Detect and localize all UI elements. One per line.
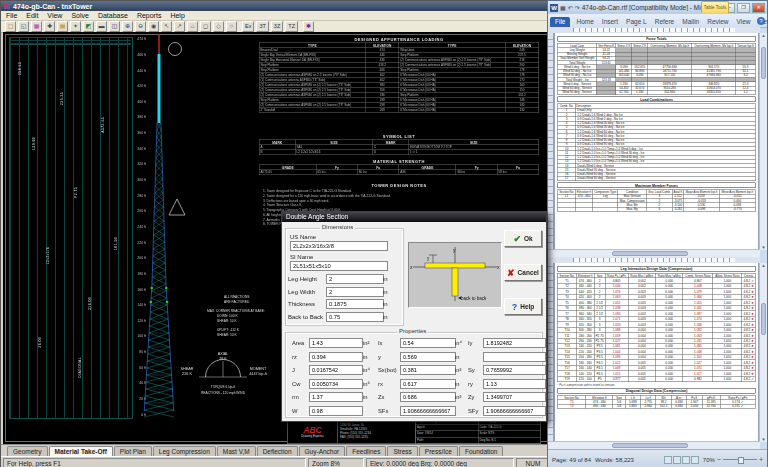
home-view-icon[interactable]: ⌂ (187, 21, 198, 32)
appurtenance-icon[interactable]: ✚ (44, 21, 55, 32)
bar-icon[interactable]: ▬ (96, 21, 107, 32)
diamond-icon[interactable]: ◇ (213, 21, 224, 32)
zoom-out-button[interactable]: − (717, 457, 721, 463)
zoom-knob[interactable] (738, 457, 744, 464)
ribbon-tab[interactable]: Home (574, 17, 595, 27)
pan-icon[interactable]: ↗ (174, 21, 185, 32)
tnxtower-titlebar[interactable]: 474o-gb-Can - tnxTower (1, 1, 552, 11)
property-input[interactable]: 1.90666666666667 (400, 406, 456, 416)
scroll-up-arrow[interactable]: ▲ (760, 263, 767, 268)
property-input[interactable]: 1.3499707 (483, 392, 546, 402)
maximize-button[interactable]: ❐ (737, 3, 750, 13)
menu-item[interactable]: View (47, 12, 62, 19)
document-area[interactable]: Leg Interaction Design Data (Compression… (553, 263, 760, 442)
ok-button[interactable]: ✔Ok (504, 230, 542, 247)
table-tools-tab[interactable]: Table Tools (701, 1, 729, 13)
scroll-down-arrow[interactable]: ▼ (760, 437, 767, 442)
report-icon[interactable]: ◫ (109, 21, 120, 32)
circle-icon[interactable]: ○ (226, 21, 237, 32)
property-input[interactable]: 0.686 (400, 392, 456, 402)
horizontal-scrollbar[interactable] (548, 441, 760, 449)
property-input[interactable]: 0.617 (400, 379, 456, 389)
page-indicator[interactable]: Page: 49 of 84 (552, 457, 591, 463)
property-input[interactable]: 0.0050734 (309, 379, 363, 389)
view-button[interactable]: TZ (285, 21, 298, 32)
menu-item[interactable]: File (6, 12, 17, 19)
zoom-out-icon[interactable]: ⊖ (135, 21, 146, 32)
key-icon[interactable]: ✦ (70, 21, 81, 32)
menu-item[interactable]: Edit (26, 12, 38, 19)
close-button[interactable]: ✕ (752, 3, 765, 13)
property-input[interactable]: 0.381 (400, 365, 456, 375)
menu-item[interactable]: Database (98, 12, 128, 19)
scroll-down-arrow[interactable]: ▼ (760, 245, 767, 250)
print-icon[interactable]: ▤ (57, 21, 68, 32)
si-name-input[interactable]: 2L51x51x5x10 (290, 261, 388, 271)
save-icon[interactable]: ▦ (560, 4, 566, 11)
property-input[interactable] (483, 352, 546, 362)
dimension-input[interactable]: 2 (326, 287, 384, 297)
dialog-titlebar[interactable]: Double Angle Section (282, 212, 546, 222)
ribbon-tab[interactable]: Insert (600, 17, 620, 27)
help-button[interactable]: ?Help (504, 298, 542, 315)
zoom-extents-icon[interactable]: ◉ (148, 21, 159, 32)
property-input[interactable]: 1.43 (309, 338, 363, 348)
ribbon-tab[interactable]: View (735, 17, 753, 27)
property-input[interactable]: 0.394 (309, 352, 363, 362)
dimension-input[interactable]: 0.1875 (326, 299, 384, 309)
scroll-up-arrow[interactable]: ▲ (760, 33, 767, 38)
save-icon[interactable]: ▦ (31, 21, 42, 32)
property-input[interactable]: 0.0167542 (309, 365, 363, 375)
scroll-thumb[interactable] (761, 47, 766, 79)
property-input[interactable]: 0.54 (400, 338, 456, 348)
us-name-input[interactable]: 2L2x2x3/16x3/8 (290, 241, 388, 251)
view-button[interactable]: Ex (242, 21, 254, 32)
dimension-input[interactable]: 0.75 (326, 312, 384, 322)
scroll-thumb[interactable] (761, 303, 766, 335)
vertical-scrollbar[interactable]: ▲ ▼ (759, 33, 767, 250)
cell: 4.8.2 (742, 343, 755, 348)
help-icon[interactable]: ? (757, 17, 765, 25)
view-button[interactable]: 3T (256, 21, 268, 32)
open-icon[interactable]: ◱ (18, 21, 29, 32)
property-input[interactable]: 0.7659992 (483, 365, 546, 375)
zoom-in-button[interactable]: + (759, 457, 763, 463)
document-area[interactable]: Force Totals Load CaseVert Force KShear … (553, 33, 760, 250)
ribbon-tab[interactable]: Page L (624, 17, 649, 27)
section-title: Leg Interaction Design Data (Compression… (558, 266, 756, 272)
ribbon-tab[interactable]: File (550, 17, 570, 27)
ribbon-tab[interactable]: Mailin (680, 17, 701, 27)
window-icon[interactable]: ◻ (200, 21, 211, 32)
cancel-button[interactable]: ✘Cancel (504, 264, 542, 281)
view-button[interactable]: 3Z (271, 21, 283, 32)
property-input[interactable]: 1.90666666666667 (483, 406, 546, 416)
property-input[interactable]: 1.13 (483, 379, 546, 389)
horizontal-scrollbar[interactable] (548, 249, 760, 257)
word-count[interactable]: Words: 58,223 (595, 457, 634, 463)
property-input[interactable]: 1.8192482 (483, 338, 546, 348)
property-input[interactable]: 0.98 (309, 406, 363, 416)
zoom-track[interactable] (723, 459, 757, 460)
vertical-scrollbar[interactable]: ▲ ▼ (759, 263, 767, 442)
ribbon-tab[interactable]: Refere (653, 17, 677, 27)
property-input[interactable]: 0.569 (400, 352, 456, 362)
undo-icon[interactable]: ↶ (568, 4, 573, 11)
menu-item[interactable]: Help (170, 12, 184, 19)
fullscreen-icon (673, 456, 681, 464)
ribbon-tab[interactable]: Review (705, 17, 730, 27)
zoom-in-icon[interactable]: ⊕ (122, 21, 133, 32)
property-unit: in (363, 354, 368, 360)
pointer-icon[interactable]: ↖ (161, 21, 172, 32)
menu-item[interactable]: Solve (71, 12, 89, 19)
zoom-control[interactable]: 70% − + (703, 457, 763, 463)
zoom-level[interactable]: 70% (703, 457, 715, 463)
new-icon[interactable]: ▢ (5, 21, 16, 32)
redo-icon[interactable]: ↷ (575, 4, 580, 11)
grid-icon[interactable]: ◩ (83, 21, 94, 32)
view-switcher[interactable] (664, 456, 699, 464)
menu-item[interactable]: Reports (137, 12, 162, 19)
butterfly-icon[interactable]: ✱ (303, 21, 314, 32)
word-titlebar[interactable]: W ▦ ↶ ↷ 474o-gb-Can.rtf [Compatibility M… (548, 1, 767, 15)
dimension-input[interactable]: 2 (326, 274, 384, 284)
property-input[interactable]: 1.37 (309, 392, 363, 402)
